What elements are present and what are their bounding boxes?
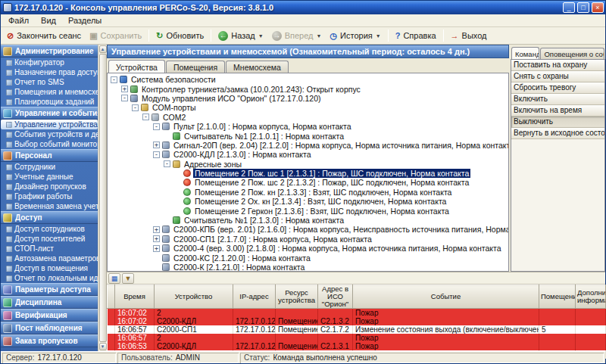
sidebar-item-operator-rights[interactable]: Назначение прав доступа о... [1, 67, 98, 77]
sidebar-item-configurator[interactable]: Конфигуратор [1, 58, 98, 67]
forward-button[interactable]: → Вперед ▼ [268, 30, 326, 42]
command-turn-on-timed-button[interactable]: Включить на время [511, 105, 604, 117]
sidebar-item-visitor-access[interactable]: Доступ посетителей [1, 234, 98, 244]
maximize-button[interactable]: □ [577, 2, 589, 13]
sidebar-item-access-autoreplace[interactable]: Автозамена параметров до... [1, 254, 98, 263]
sidebar-scrollbar[interactable]: ▲ ▼ [98, 45, 107, 351]
exit-button[interactable]: → Выход [447, 30, 491, 42]
expander-icon[interactable]: - [142, 114, 149, 120]
tab-event-notifications[interactable]: Оповещения о событиях [540, 48, 604, 59]
menu-file[interactable]: Файл [2, 15, 35, 26]
command-turn-on-button[interactable]: Включить [511, 94, 604, 105]
expander-icon[interactable]: - [153, 123, 160, 130]
sidebar-section-discipline[interactable]: Дисциплина [1, 296, 98, 309]
expander-icon[interactable]: - [121, 95, 128, 101]
tab-commands[interactable]: Команды [511, 47, 539, 59]
tab-mnemoscheme[interactable]: Мнемосхема [226, 61, 289, 73]
col-orion-address[interactable]: Адрес в ИСО "Орион" [318, 285, 353, 309]
tree-node-s2000-kpb[interactable]: +С2000-КПБ (вер. 2.01) [2.1.6.0] : Норма… [109, 225, 508, 234]
scroll-down-icon[interactable]: ▼ [99, 343, 107, 350]
tree-node-zone-fire-2[interactable]: Помещение 2 Пож. шс 2 [2.1.3.2] : Пожар,… [109, 178, 508, 187]
sidebar-item-device-management[interactable]: Управление устройствами и... [1, 120, 98, 129]
title-bar[interactable]: 172.17.0.120 - Консоль управления PERCo-… [1, 1, 605, 14]
expander-icon[interactable]: + [153, 226, 160, 233]
sidebar-item-monitoring-events[interactable]: Выбор событий мониторинга [1, 139, 98, 149]
sidebar-section-access-params[interactable]: Параметры доступа [1, 283, 98, 296]
sidebar-item-employees[interactable]: Сотрудники [1, 162, 98, 172]
sidebar-item-work-schedules[interactable]: Графики работы [1, 191, 98, 201]
menu-view[interactable]: Вид [35, 15, 62, 26]
sidebar-item-credentials[interactable]: Учетные данные [1, 172, 98, 182]
event-row[interactable]: 16:07:02 2 Пожар [108, 309, 606, 318]
sidebar-section-personnel[interactable]: Персонал [1, 149, 98, 162]
command-turn-off-button[interactable]: Выключить [511, 117, 604, 128]
col-ip[interactable]: IP-адрес [233, 285, 276, 309]
sidebar-item-local-ids-report[interactable]: Отчет по локальным иденти... [1, 273, 98, 283]
tree-node-s2000-k[interactable]: С2000-К [2.1.21.0] : Норма контакта [109, 263, 508, 272]
command-reset-alarm-button[interactable]: Сбросить тревогу [511, 82, 604, 94]
sidebar-item-stop-list[interactable]: СТОП-лист [1, 244, 98, 254]
help-button[interactable]: ? Справка [392, 30, 440, 42]
save-button[interactable]: ▣ Сохранить [86, 30, 145, 42]
tab-rooms[interactable]: Помещения [166, 61, 225, 73]
col-room[interactable]: Помещение [539, 285, 576, 309]
minimize-button[interactable]: _ [563, 2, 575, 13]
col-device[interactable]: Устройство [155, 285, 233, 309]
sidebar-item-room-access[interactable]: Доступ в помещения [1, 263, 98, 273]
sidebar-item-sms-report[interactable]: Отчет по SMS [1, 77, 98, 87]
sidebar-section-pass-orders[interactable]: Заказ пропусков [1, 334, 98, 347]
tree-node-kdl-reader[interactable]: Считыватель №1 [2.1.3.0] : Норма контакт… [109, 216, 508, 225]
col-extra-info[interactable]: Дополнительная информация [576, 285, 606, 309]
menu-sections[interactable]: Разделы [62, 15, 108, 26]
expander-icon[interactable]: + [153, 142, 160, 148]
tree-node-pult[interactable]: -Пульт [2.1.0.0] : Норма корпуса, Норма … [109, 122, 508, 131]
tree-node-zone-gerkon[interactable]: Помещение 2 Геркон [2.1.3.6] : Взят, ШС … [109, 206, 508, 215]
tree-node-address-zones[interactable]: -Адресные зоны [109, 160, 508, 169]
expander-icon[interactable]: - [132, 104, 139, 111]
tree-node-com-ports[interactable]: -COM-порты [109, 103, 508, 112]
sidebar-item-device-events[interactable]: События устройств и дейст... [1, 129, 98, 139]
back-dropdown-icon[interactable]: ▼ [258, 33, 264, 39]
sidebar-item-employee-access[interactable]: Доступ сотрудников [1, 224, 98, 234]
events-filter-button[interactable]: ▼ [122, 273, 134, 284]
sidebar-section-administration[interactable]: Администрирование [1, 45, 98, 58]
col-event[interactable]: Событие [353, 285, 539, 309]
expander-icon[interactable]: - [164, 160, 170, 167]
event-row[interactable]: 16:07:02 С2000-КДЛ 172.17.0.120 Помещени… [108, 317, 606, 325]
scrollbar-thumb[interactable] [99, 54, 107, 342]
expander-icon[interactable]: - [153, 151, 160, 158]
sidebar-item-temp-credentials[interactable]: Временная замена учетных... [1, 201, 98, 211]
tree-node-system[interactable]: -Система безопасности [109, 75, 508, 84]
history-button[interactable]: ◷ История ▼ [326, 30, 384, 42]
command-restore-button[interactable]: Вернуть в исходное состояние [511, 128, 604, 139]
history-dropdown-icon[interactable]: ▼ [376, 33, 381, 39]
tree-node-zone-oh-kn[interactable]: Помещение 2 Ох. кн [2.1.3.4] : Взят, ШС … [109, 197, 508, 206]
sidebar-item-pass-designer[interactable]: Дизайнер пропусков [1, 182, 98, 191]
sidebar-section-management-events[interactable]: Управление и события [1, 107, 98, 120]
close-button[interactable]: × [592, 2, 604, 13]
tree-node-zone-fire-1[interactable]: Помещение 2 Пож. шс 1 [2.1.3.1] : Пожар,… [109, 169, 508, 178]
tree-node-s2000-ks[interactable]: С2000-КС [2.1.20.0] : Норма контакта [109, 253, 508, 262]
command-disarm-button[interactable]: Снять с охраны [511, 71, 604, 82]
command-arm-button[interactable]: Поставить на охрану [511, 60, 604, 71]
event-row[interactable]: 16:06:53 С2000-КДЛ 172.17.0.120 Помещени… [108, 342, 606, 350]
back-button[interactable]: ← Назад ▼ [214, 30, 267, 42]
col-resource[interactable]: Ресурс устройства [276, 285, 318, 309]
tree-node-signal-20p[interactable]: +Сигнал-20П (вер. 2.04) [2.1.2.0] : Норм… [109, 141, 508, 150]
end-session-button[interactable]: ⊘ Закончить сеанс [3, 30, 85, 42]
tree-node-reader-1[interactable]: Считыватель №1 [2.1.0.1] : Норма контакт… [109, 131, 508, 140]
expander-icon[interactable]: + [121, 86, 128, 92]
tree-node-s2000-4[interactable]: +С2000-4 (вер. 3.00) [2.1.8.0] : Норма к… [109, 244, 508, 253]
tree-node-s2000-kdl[interactable]: -С2000-КДЛ [2.1.3.0] : Норма контакта [109, 150, 508, 159]
event-row[interactable]: 16:06:57 С2000-СП1 172.17.0.120 Помещени… [108, 325, 606, 334]
expander-icon[interactable]: + [153, 235, 160, 242]
refresh-button[interactable]: ↻ Обновить [152, 30, 208, 42]
event-row[interactable]: 16:06:57 2 Пожар [108, 334, 606, 342]
sidebar-item-rooms-mnemo[interactable]: Помещения и мнемосхема [1, 87, 98, 97]
tree-node-com2[interactable]: -COM2 [109, 113, 508, 122]
sidebar-item-task-scheduler[interactable]: Планировщик заданий [1, 97, 98, 107]
col-time[interactable]: Время [115, 285, 155, 309]
tree-node-controller[interactable]: +Контроллер турникета/замка (10.0.201.24… [109, 84, 508, 93]
expander-icon[interactable]: + [153, 245, 160, 252]
expander-icon[interactable]: - [111, 76, 117, 83]
